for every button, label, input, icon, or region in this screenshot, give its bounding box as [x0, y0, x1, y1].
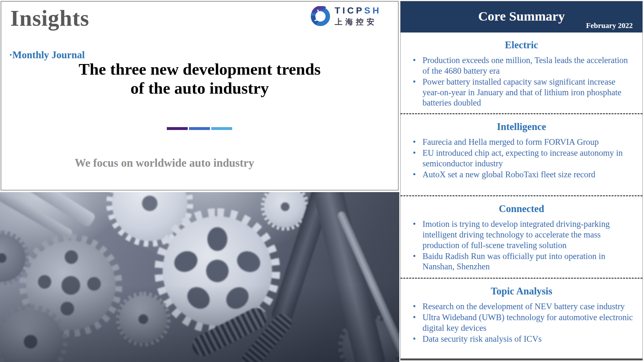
section-topic-analysis: Topic Analysis Research on the developme…	[401, 279, 642, 358]
cover-subtitle: We focus on worldwide auto industry	[75, 157, 254, 170]
bullet-list: Production exceeds one million, Tesla le…	[404, 55, 639, 108]
company-logo: TICPSH 上海控安	[310, 5, 381, 27]
bullet-item: Data security risk analysis of ICVs	[410, 334, 635, 344]
accent-bars	[167, 127, 232, 130]
bullet-list: Faurecia and Hella merged to form FORVIA…	[404, 137, 639, 180]
accent-bar-lightblue	[211, 127, 232, 130]
summary-title: Core Summary	[401, 1, 642, 24]
bullet-list: Imotion is trying to develop integrated …	[404, 219, 639, 272]
section-intelligence: Intelligence Faurecia and Hella merged t…	[401, 114, 642, 196]
section-heading: Connected	[404, 196, 639, 215]
section-heading: Intelligence	[404, 114, 639, 133]
summary-date: February 2022	[586, 22, 633, 30]
bullet-list: Research on the development of NEV batte…	[404, 301, 639, 344]
bullet-item: Power battery installed capacity saw sig…	[410, 77, 635, 108]
bullet-item: AutoX set a new global RoboTaxi fleet si…	[410, 169, 635, 180]
cover-title: The three new development trends of the …	[1, 60, 398, 98]
section-heading: Topic Analysis	[404, 279, 639, 297]
bullet-item: Ultra Wideband (UWB) technology for auto…	[410, 312, 635, 333]
bullet-item: Research on the development of NEV batte…	[410, 301, 635, 312]
logo-wordmark: TICPSH	[335, 5, 381, 16]
cover-title-line1: The three new development trends	[1, 60, 398, 79]
bullet-item: EU introduced chip act, expecting to inc…	[410, 148, 635, 169]
accent-bar-purple	[167, 127, 188, 130]
logo-text: TICPSH 上海控安	[335, 5, 381, 27]
section-connected: Connected Imotion is trying to develop i…	[401, 196, 642, 279]
bullet-item: Baidu Radish Run was officially put into…	[410, 251, 635, 272]
bullet-item: Production exceeds one million, Tesla le…	[410, 55, 635, 76]
slide-cover: Insights TICPSH 上海控安 ·Monthly Journal	[0, 0, 644, 362]
bullet-item: Imotion is trying to develop integrated …	[410, 219, 635, 251]
photo-vignette	[0, 192, 399, 362]
bullet-item: Faurecia and Hella merged to form FORVIA…	[410, 137, 635, 147]
section-heading: Electric	[404, 32, 639, 51]
gears-photo	[0, 192, 399, 362]
section-electric: Electric Production exceeds one million,…	[401, 32, 642, 114]
accent-bar-blue	[189, 127, 210, 130]
masthead-title: Insights	[10, 5, 89, 31]
logo-chinese-name: 上海控安	[335, 17, 381, 27]
journal-label: ·Monthly Journal	[9, 49, 85, 61]
cover-panel: Insights TICPSH 上海控安 ·Monthly Journal	[1, 1, 399, 190]
logo-swirl-icon	[310, 6, 331, 27]
core-summary-panel: Core Summary February 2022 Electric Prod…	[400, 1, 643, 360]
summary-header: Core Summary February 2022	[401, 1, 642, 32]
cover-title-line2: of the auto industry	[1, 79, 398, 98]
